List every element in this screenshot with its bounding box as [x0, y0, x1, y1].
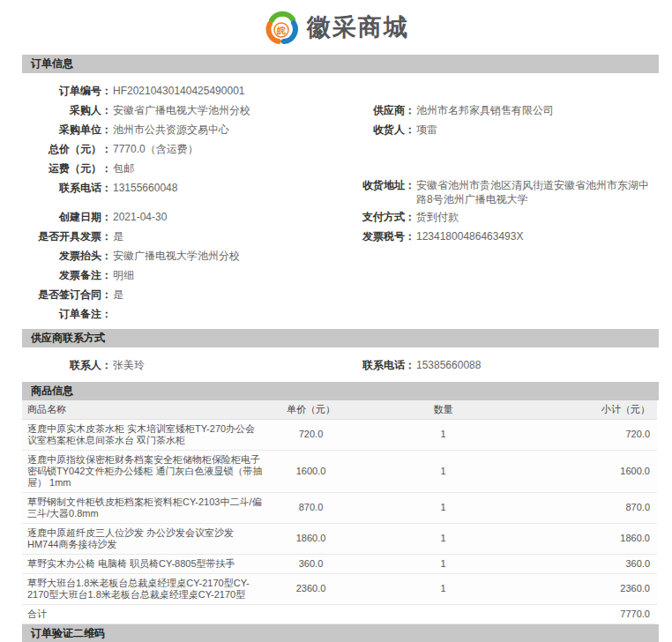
- field-label: 订单编号：: [22, 81, 112, 101]
- contact-person-field: 联系人： 张美玲: [22, 355, 347, 375]
- supplier-field: 供应商： 池州市名邦家具销售有限公司: [347, 101, 659, 120]
- column-header-unit-price: 单价（元）: [273, 400, 348, 419]
- spacer: [347, 139, 659, 178]
- create-date-field: 创建日期： 2021-04-30: [22, 207, 347, 227]
- field-label: 订单备注：: [22, 304, 112, 324]
- field-value: 安徽省池州市贵池区清风街道安徽省池州市东湖中路8号池州广播电视大学: [415, 178, 653, 207]
- field-label: 是否开具发票：: [22, 227, 112, 246]
- field-label: 创建日期：: [22, 207, 112, 227]
- supplier-contact-fields: 联系人： 张美玲 联系电话： 15385660088: [22, 347, 659, 382]
- field-label: 采购单位：: [22, 120, 112, 139]
- tax-number-field: 发票税号： 12341800486463493X: [347, 227, 659, 246]
- table-row: 逐鹿中原实木皮茶水柜 实木培训室矮柜TY-270办公会议室档案柜休息间茶水台 双…: [22, 419, 657, 450]
- field-label: 收货人：: [347, 120, 415, 139]
- product-table: 商品名称 单价（元） 数量 小计（元） 逐鹿中原实木皮茶水柜 实木培训室矮柜TY…: [22, 400, 657, 624]
- qr-section-header: 订单验证二维码: [22, 624, 659, 642]
- field-label: 发票备注：: [22, 265, 112, 285]
- field-label: 是否签订合同：: [22, 285, 112, 304]
- field-value: 池州市名邦家具销售有限公司: [415, 101, 653, 120]
- payment-method-field: 支付方式： 货到付款: [347, 207, 659, 227]
- product-table-header-row: 商品名称 单价（元） 数量 小计（元）: [22, 400, 657, 419]
- svg-text:皖: 皖: [277, 26, 286, 35]
- contract-signed-field: 是否签订合同： 是: [22, 285, 347, 304]
- product-quantity: 1: [348, 450, 538, 492]
- field-value: 12341800486463493X: [415, 227, 653, 246]
- field-label: 采购人：: [22, 101, 112, 120]
- consignee-field: 收货人： 项雷: [347, 120, 659, 139]
- product-quantity: 1: [348, 492, 538, 523]
- table-row: 草野实木办公椅 电脑椅 职员椅CY-8805型带扶手 360.0 1 360.0: [22, 554, 657, 573]
- delivery-address-field: 收货地址： 安徽省池州市贵池区清风街道安徽省池州市东湖中路8号池州广播电视大学: [347, 178, 659, 207]
- field-label: 联系电话：: [22, 178, 112, 198]
- field-label: 总价（元）：: [22, 139, 112, 159]
- supplier-contact-left: 联系人： 张美玲: [22, 355, 347, 375]
- site-title: 徽采商城: [307, 11, 409, 43]
- product-subtotal: 720.0: [538, 419, 657, 450]
- product-info-section-header: 商品信息: [22, 382, 659, 400]
- field-value: [112, 304, 113, 324]
- order-detail-page: 皖 徽采商城 订单信息 订单编号： HF20210430140425490001…: [0, 0, 672, 642]
- total-empty-cell: [273, 604, 348, 623]
- contact-phone-field: 联系电话： 13155660048: [22, 178, 347, 198]
- column-header-subtotal: 小计（元）: [538, 400, 657, 419]
- supplier-contact-section-header: 供应商联系方式: [22, 329, 659, 347]
- order-number-field: 订单编号： HF20210430140425490001: [22, 81, 347, 101]
- product-subtotal: 870.0: [538, 492, 657, 523]
- order-info-left-column: 订单编号： HF20210430140425490001 采购人： 安徽省广播电…: [22, 81, 347, 324]
- purchase-unit-field: 采购单位： 池州市公共资源交易中心: [22, 120, 347, 139]
- product-unit-price: 720.0: [273, 419, 348, 450]
- page-header: 皖 徽采商城: [0, 0, 672, 55]
- product-unit-price: 360.0: [273, 554, 348, 573]
- spacer: [347, 81, 659, 101]
- field-label: 运费（元）：: [22, 159, 112, 178]
- field-value: 明细: [112, 265, 134, 285]
- field-value: 张美玲: [112, 355, 145, 375]
- field-value: 货到付款: [415, 207, 653, 227]
- field-value: 池州市公共资源交易中心: [112, 120, 229, 139]
- product-subtotal: 2360.0: [538, 573, 657, 604]
- product-quantity: 1: [348, 419, 538, 450]
- shipping-fee-field: 运费（元）： 包邮: [22, 159, 347, 178]
- product-quantity: 1: [348, 523, 538, 554]
- field-value: 项雷: [415, 120, 653, 139]
- product-unit-price: 2360.0: [273, 573, 348, 604]
- field-label: 发票抬头：: [22, 246, 112, 265]
- field-label: 联系电话：: [347, 355, 415, 375]
- field-value: 安徽广播电视大学池州分校: [112, 246, 240, 265]
- order-note-field: 订单备注：: [22, 304, 347, 324]
- total-row: 合计 7770.0: [22, 604, 657, 623]
- order-info-fields: 订单编号： HF20210430140425490001 采购人： 安徽省广播电…: [22, 73, 659, 329]
- total-price-field: 总价（元）： 7770.0（含运费）: [22, 139, 347, 159]
- field-value: 安徽省广播电视大学池州分校: [112, 101, 250, 120]
- field-label: 收货地址：: [347, 178, 415, 207]
- product-name: 逐鹿中原实木皮茶水柜 实木培训室矮柜TY-270办公会议室档案柜休息间茶水台 双…: [22, 419, 273, 450]
- column-header-quantity: 数量: [348, 400, 538, 419]
- order-info-right-column: 供应商： 池州市名邦家具销售有限公司 收货人： 项雷 收货地址： 安徽省池州市贵…: [347, 81, 659, 324]
- field-value: 7770.0（含运费）: [112, 139, 198, 159]
- logo: 皖 徽采商城: [263, 8, 409, 47]
- product-subtotal: 360.0: [538, 554, 657, 573]
- invoice-note-field: 发票备注： 明细: [22, 265, 347, 285]
- product-name: 草野钢制文件柜铁皮柜档案柜资料柜CY-2103中二斗/偏三斗/大器0.8mm: [22, 492, 273, 523]
- table-row: 逐鹿中原超纤皮三人位沙发 办公沙发会议室沙发HM744商务接待沙发 1860.0…: [22, 523, 657, 554]
- invoice-required-field: 是否开具发票： 是: [22, 227, 347, 246]
- order-info-section-header: 订单信息: [22, 55, 659, 73]
- field-value: HF20210430140425490001: [112, 81, 244, 101]
- table-row: 草野大班台1.8米老板台总裁桌经理桌CY-2170型CY-2170型大班台1.8…: [22, 573, 657, 604]
- total-empty-cell: [348, 604, 538, 623]
- total-label: 合计: [22, 604, 273, 623]
- field-label: 联系人：: [22, 355, 112, 375]
- product-name: 逐鹿中原超纤皮三人位沙发 办公沙发会议室沙发HM744商务接待沙发: [22, 523, 273, 554]
- column-header-name: 商品名称: [22, 400, 273, 419]
- field-value: 包邮: [112, 159, 134, 178]
- huicai-logo-icon: 皖: [263, 8, 300, 47]
- product-name: 草野实木办公椅 电脑椅 职员椅CY-8805型带扶手: [22, 554, 273, 573]
- table-row: 逐鹿中原指纹保密柜财务档案安全柜储物柜保险柜电子密码锁TY042文件柜办公矮柜 …: [22, 450, 657, 492]
- supplier-phone-field: 联系电话： 15385660088: [347, 355, 659, 375]
- product-name: 草野大班台1.8米老板台总裁桌经理桌CY-2170型CY-2170型大班台1.8…: [22, 573, 273, 604]
- purchaser-field: 采购人： 安徽省广播电视大学池州分校: [22, 101, 347, 120]
- product-quantity: 1: [348, 573, 538, 604]
- field-value: 是: [112, 227, 123, 246]
- field-value: 15385660088: [415, 355, 653, 375]
- product-subtotal: 1860.0: [538, 523, 657, 554]
